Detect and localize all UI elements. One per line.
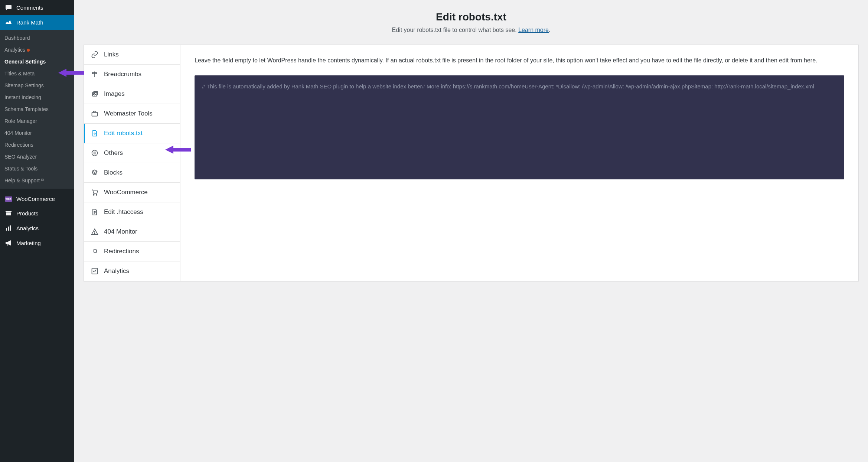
sidebar-item-comments[interactable]: Comments xyxy=(0,0,74,15)
sidebar-item-woocommerce[interactable]: woo WooCommerce xyxy=(0,192,74,206)
submenu-item-instant-indexing[interactable]: Instant Indexing xyxy=(0,91,74,103)
tab-label: Images xyxy=(104,90,125,98)
warning-icon xyxy=(91,228,99,235)
blocks-icon xyxy=(91,169,99,176)
tab-images[interactable]: Images xyxy=(84,84,180,104)
field-description: Leave the field empty to let WordPress h… xyxy=(195,56,844,65)
admin-sidebar: Comments Rank Math Dashboard Analytics G… xyxy=(0,0,74,282)
page-subtitle: Edit your robots.txt file to control wha… xyxy=(82,27,861,33)
tab-label: Webmaster Tools xyxy=(104,110,153,117)
rank-math-submenu: Dashboard Analytics General Settings Tit… xyxy=(0,30,74,189)
submenu-item-sitemap-settings[interactable]: Sitemap Settings xyxy=(0,79,74,91)
images-icon xyxy=(91,90,99,98)
file-robots-icon xyxy=(91,130,99,137)
tab-edit-htaccess[interactable]: Edit .htaccess xyxy=(84,202,180,222)
sidebar-item-label: Products xyxy=(16,210,38,217)
tab-label: Links xyxy=(104,51,119,58)
settings-body: Leave the field empty to let WordPress h… xyxy=(180,45,858,281)
content-area: Edit robots.txt Edit your robots.txt fil… xyxy=(74,0,868,282)
rank-math-icon xyxy=(4,19,13,26)
submenu-item-role-manager[interactable]: Role Manager xyxy=(0,115,74,127)
tab-label: 404 Monitor xyxy=(104,228,137,235)
chart-icon xyxy=(91,267,99,275)
svg-point-9 xyxy=(96,194,97,195)
tab-edit-robots[interactable]: Edit robots.txt xyxy=(84,124,180,143)
svg-point-14 xyxy=(94,233,95,234)
briefcase-icon xyxy=(91,110,99,117)
megaphone-icon xyxy=(4,239,13,247)
tab-blocks[interactable]: Blocks xyxy=(84,163,180,183)
sidebar-item-label: Marketing xyxy=(16,240,41,246)
submenu-item-dashboard[interactable]: Dashboard xyxy=(0,32,74,44)
settings-panels: Links Breadcrumbs Images Webmaster Tools xyxy=(84,45,859,282)
tab-label: Redirections xyxy=(104,248,139,255)
page-header: Edit robots.txt Edit your robots.txt fil… xyxy=(74,0,868,45)
submenu-item-help-support[interactable]: Help & Support⧉ xyxy=(0,175,74,186)
settings-tabs: Links Breadcrumbs Images Webmaster Tools xyxy=(84,45,180,281)
cart-icon xyxy=(91,189,99,196)
tab-label: Breadcrumbs xyxy=(104,71,141,78)
tab-label: Edit .htaccess xyxy=(104,208,143,216)
redirect-icon xyxy=(91,248,99,255)
tab-label: Blocks xyxy=(104,169,123,176)
file-text-icon xyxy=(91,208,99,216)
submenu-item-status-tools[interactable]: Status & Tools xyxy=(0,163,74,175)
svg-point-3 xyxy=(94,133,95,134)
tab-woocommerce[interactable]: WooCommerce xyxy=(84,183,180,202)
tab-label: Analytics xyxy=(104,267,129,275)
robots-txt-editor[interactable]: # This file is automatically added by Ra… xyxy=(195,75,844,179)
archive-icon xyxy=(4,209,13,217)
tab-label: WooCommerce xyxy=(104,189,148,196)
sidebar-item-marketing[interactable]: Marketing xyxy=(0,235,74,250)
sidebar-item-label: Rank Math xyxy=(16,19,43,26)
sidebar-item-label: Comments xyxy=(16,4,43,11)
submenu-item-redirections[interactable]: Redirections xyxy=(0,139,74,151)
tab-breadcrumbs[interactable]: Breadcrumbs xyxy=(84,65,180,84)
submenu-item-analytics[interactable]: Analytics xyxy=(0,44,74,56)
sidebar-item-label: WooCommerce xyxy=(16,196,55,202)
tab-404-monitor[interactable]: 404 Monitor xyxy=(84,222,180,242)
external-link-icon: ⧉ xyxy=(41,178,44,182)
tab-analytics[interactable]: Analytics xyxy=(84,261,180,281)
sidebar-item-label: Analytics xyxy=(16,225,39,231)
tab-webmaster-tools[interactable]: Webmaster Tools xyxy=(84,104,180,124)
notification-dot-icon xyxy=(27,49,30,52)
submenu-item-seo-analyzer[interactable]: SEO Analyzer xyxy=(0,151,74,163)
sidebar-item-analytics[interactable]: Analytics xyxy=(0,221,74,235)
learn-more-link[interactable]: Learn more xyxy=(518,27,549,33)
link-icon xyxy=(91,51,99,58)
comments-icon xyxy=(4,4,13,11)
sidebar-item-products[interactable]: Products xyxy=(0,206,74,221)
list-icon xyxy=(91,149,99,157)
signpost-icon xyxy=(91,71,99,78)
woocommerce-icon: woo xyxy=(4,196,13,202)
submenu-item-general-settings[interactable]: General Settings xyxy=(0,56,74,68)
submenu-item-schema-templates[interactable]: Schema Templates xyxy=(0,103,74,115)
tab-redirections[interactable]: Redirections xyxy=(84,242,180,261)
tab-label: Edit robots.txt xyxy=(104,130,143,137)
tab-label: Others xyxy=(104,149,123,157)
submenu-item-titles-meta[interactable]: Titles & Meta xyxy=(0,68,74,79)
page-title: Edit robots.txt xyxy=(82,11,861,23)
tab-links[interactable]: Links xyxy=(84,45,180,65)
submenu-item-404-monitor[interactable]: 404 Monitor xyxy=(0,127,74,139)
tab-others[interactable]: Others xyxy=(84,143,180,163)
svg-point-8 xyxy=(93,194,94,195)
sidebar-item-rank-math[interactable]: Rank Math xyxy=(0,15,74,30)
svg-rect-2 xyxy=(92,113,98,116)
bar-chart-icon xyxy=(4,224,13,232)
